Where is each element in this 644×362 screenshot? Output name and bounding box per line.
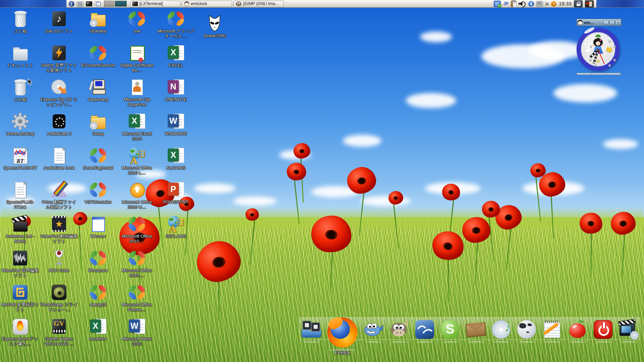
desktop-icon-setlang[interactable]: ASETLANG [157,215,195,249]
desktop-icon-nch-suite[interactable]: NCH Suite [40,249,78,283]
input-method-mode-label[interactable]: JP [503,1,508,6]
desktop-icon-gomibako-2[interactable]: ごみ箱 [1,78,39,112]
dock-item-bluefish[interactable] [363,319,384,340]
workspace-2-active[interactable] [115,1,127,7]
desktop-icon-prism[interactable]: Prism 動画ファイル変換ソフト [40,180,78,215]
desktop-icon-label: Microsoft Office 2010 U… [118,200,156,209]
dock-item-firefox[interactable]: Firefox [327,317,358,348]
emiclock-maximize-button[interactable]: □ [609,20,614,25]
desktop-icon-zulu-dj[interactable]: ♪Zulu DJソフト [40,9,78,44]
workspace-1[interactable] [104,1,114,7]
file-manager-icon [77,1,84,7]
desktop-icon-foobar2000[interactable]: foobar2000 [196,14,234,44]
desktop-icon-smarttaginstall[interactable]: SmartTagInstall [79,146,117,180]
bluetooth-icon[interactable] [528,1,534,7]
desktop-icon-xlicons[interactable]: XXLICONS [157,146,195,180]
desktop-icon-iecontentservice[interactable]: IEContentService [79,44,117,78]
desktop-icon-home-desktop[interactable]: Home.desktop [1,112,39,146]
bluefish-icon [363,319,384,340]
desktop-icon-dwtrig20[interactable]: dwtrig20 [79,283,117,317]
desktop-icon-golden-videos[interactable]: GVGolden Videos VHS to DVD … [40,317,78,351]
dock-item-device-switcher[interactable] [301,319,322,340]
desktop-icon-switch-audio[interactable]: Switch 音声ファイル変換ソフト [40,44,78,78]
desktop-icon-ms-office-2010-l[interactable]: AMicrosoft Office 2010 L… [118,146,156,180]
openoffice-icon [414,319,435,340]
menu-button-fedora[interactable]: f [67,0,75,7]
dock-item-music-player[interactable]: ♪ [491,319,512,340]
window-button-lxterminal[interactable]: [LXTerminal] [130,1,180,7]
desktop-icon-ms-office-2010-b[interactable]: Microsoft Office 2010 … [118,249,156,283]
dock-item-skype[interactable]: S [440,319,461,340]
dock-item-gimp[interactable] [389,319,410,340]
desktop-icon-wkconv[interactable]: Wkconv [79,215,117,249]
show-desktop-button[interactable] [85,0,93,7]
desktop-icon-oarpmany[interactable]: Oarpmany [79,78,117,112]
desktop-icon-ose[interactable]: ose [118,9,156,44]
dock-item-notes[interactable] [542,319,562,340]
input-method-icon[interactable] [494,1,501,7]
power-icon [593,319,613,340]
desktop-icon-gomibako[interactable]: ゴミ箱 [1,9,39,44]
lock-screen-icon[interactable] [574,0,583,7]
desktop-icon-audiogate-3[interactable]: AudioGate 3 [40,112,78,146]
fedora-logo-icon: f [69,1,74,7]
desktop-icon-excelcnv[interactable]: Xexcelcnv [79,317,117,351]
dock-item-openoffice[interactable] [414,319,435,340]
dock-item-mail[interactable] [465,319,486,340]
desktop-icon-ms-office-picture[interactable]: Microsoft Office Picture… [118,283,156,317]
panel-clock[interactable]: 19:33 [559,1,572,6]
desktop-icon-winword[interactable]: WWINWORD [157,112,195,146]
office-icon [89,180,107,199]
window-button-gimp[interactable]: [GIMP (GNU Ima… [233,1,284,7]
desktop-icon-spectraplus-rt-lnk[interactable]: SpectraPLUS-RT.lnk [1,180,39,215]
desktop-icon-powerpnt[interactable]: PPOWERPNT [157,180,195,215]
window-button-emiclock[interactable]: emiclock [182,1,232,7]
emiclock-minimize-button[interactable]: _ [603,20,608,25]
desktop-icon-mixpad[interactable]: MixPad 多重録音ソフト [1,283,39,317]
desktop-icon-documents[interactable]: ドキュメント [1,44,39,78]
desktop-icon-express-burn[interactable]: Express Burn ディスク書き… [1,317,39,351]
desktop-icon-odeploy[interactable]: ODeploy [79,9,117,44]
desktop-icon-ms-office-2010-u[interactable]: Microsoft Office 2010 U… [118,180,156,215]
desktop-icon-setup[interactable]: Setup [79,112,117,146]
desktop-icon-audiogate-3-lnk[interactable]: AudioGate 3.lnk [40,146,78,180]
network-icon[interactable] [551,1,556,7]
desktop-icon-ms-clip-organizer[interactable]: Microsoft Clip Organizer [118,78,156,112]
emiclock-titlebar[interactable]: em… _ □ x [577,19,622,26]
dock-item-video-player[interactable] [618,319,639,340]
top-panel: f [LXTerminal]emiclock[GIMP (GNU Ima… JP… [0,0,644,8]
desktop-icon-label: NCH Suite [49,268,69,273]
desktop-icon-videopad[interactable]: ★VideoPad 動画編集ソフト [40,215,78,249]
volume-icon[interactable] [519,1,526,7]
desktop-icon-ms-word-2010[interactable]: WMicrosoft Word 2010 [118,317,156,351]
window-list-button[interactable] [94,0,102,7]
desktop-icon-wavepad[interactable]: WavePad 音声編集ソフト [1,249,39,283]
onenote-icon: N [166,78,185,97]
globelang-icon: A [127,146,146,165]
desktop-icon-excel[interactable]: XEXCEL [157,44,195,78]
desktop-icon-ms-excel-2010[interactable]: XMicrosoft Excel 2010 [118,112,156,146]
display-icon[interactable] [536,1,543,7]
clipboard-icon[interactable] [511,1,516,7]
desktop-icon-ms-office-2010-a[interactable]: Microsoft Office 2010 … [118,215,156,249]
desktop-icon-avidemux[interactable]: Avidemux 2.6 - 64bits [1,215,39,249]
desktop-icon-express-rip[interactable]: Express Rip CD リッピングソ… [40,78,78,112]
office-icon [89,146,107,165]
emiclock-window[interactable]: em… _ □ x ★ [577,19,622,75]
desktop-icon-onenote[interactable]: NONENOTE [157,78,195,112]
logout-icon[interactable] [585,0,594,7]
mixpad-icon [11,283,30,302]
desktop-icon-digital-certificate[interactable]: Digital Certificate for… [118,44,156,78]
emiclock-close-button[interactable]: x [615,20,621,25]
dock-item-apple[interactable] [567,319,588,340]
dock-item-power[interactable] [593,319,613,340]
desktop-icon-wordconv[interactable]: Wordconv [79,249,117,283]
desktop-icon-ms-clip-organizer-ja[interactable]: Microsoft クリップ オーガナ… [157,9,195,44]
dock-item-web-browser[interactable] [516,319,537,340]
web-browser-icon [516,319,537,340]
desktop-icon-photostage[interactable]: PhotoStage スライドショー… [40,283,78,317]
desktop-icon-vstoinstaller[interactable]: VSTOInstaller [79,180,117,215]
keyboard-layout-label[interactable]: ja [545,1,549,6]
file-manager-button[interactable] [76,0,84,7]
desktop-icon-spectraplus-rt[interactable]: RTSpectraPLUS-RT [1,146,39,180]
